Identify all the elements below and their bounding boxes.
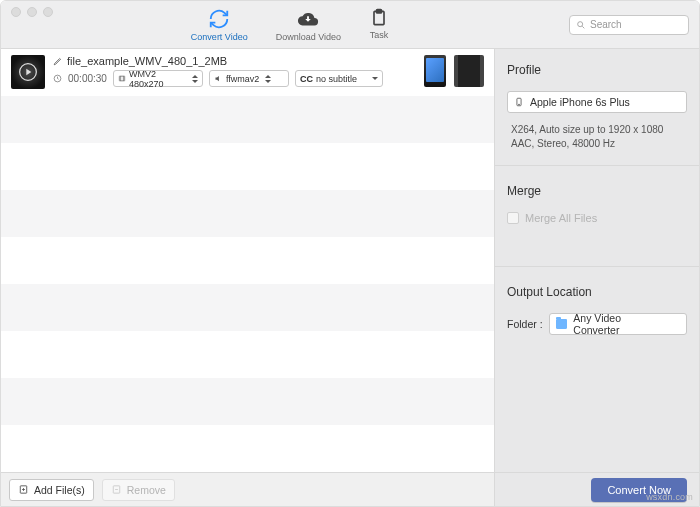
svg-rect-6 (119, 76, 124, 81)
folder-icon (556, 319, 568, 329)
sidebar: Profile Apple iPhone 6s Plus X264, Auto … (494, 49, 699, 472)
close-dot[interactable] (11, 7, 21, 17)
toolbar-label: Convert Video (191, 32, 248, 42)
plus-file-icon (18, 484, 29, 495)
search-placeholder: Search (590, 19, 622, 30)
search-icon (576, 20, 586, 30)
empty-row (1, 425, 494, 472)
audio-codec-select[interactable]: ffwmav2 (209, 70, 289, 87)
pencil-icon[interactable] (53, 56, 63, 66)
subtitle-select[interactable]: CC no subtitle (295, 70, 383, 87)
footer: Add File(s) Remove Convert Now (1, 472, 699, 506)
file-row[interactable]: file_example_WMV_480_1_2MB 00:00:30 WMV2… (1, 49, 494, 96)
add-files-button[interactable]: Add File(s) (9, 479, 94, 501)
speaker-icon (214, 74, 223, 83)
window-controls[interactable] (11, 7, 53, 17)
video-codec-select[interactable]: WMV2 480x270 (113, 70, 203, 87)
empty-row (1, 284, 494, 331)
svg-point-2 (578, 21, 583, 26)
merge-title: Merge (507, 184, 687, 198)
svg-point-10 (519, 104, 520, 105)
toolbar-download-video[interactable]: Download Video (276, 8, 341, 42)
empty-row (1, 237, 494, 284)
phone-icon (514, 95, 524, 109)
svg-line-3 (582, 26, 584, 28)
clock-icon (53, 74, 62, 83)
profile-detail: X264, Auto size up to 1920 x 1080 AAC, S… (507, 123, 687, 151)
empty-row (1, 143, 494, 190)
divider (495, 266, 699, 267)
play-icon (18, 62, 38, 82)
zoom-dot[interactable] (43, 7, 53, 17)
empty-row (1, 378, 494, 425)
clipboard-icon (369, 8, 389, 28)
svg-rect-1 (377, 9, 382, 12)
divider (495, 165, 699, 166)
profile-title: Profile (507, 63, 687, 77)
empty-row (1, 331, 494, 378)
remove-button[interactable]: Remove (102, 479, 175, 501)
toolbar: Convert Video Download Video Task Search (1, 1, 699, 49)
file-duration: 00:00:30 (68, 73, 107, 84)
file-name-line: file_example_WMV_480_1_2MB (53, 55, 416, 67)
output-folder-select[interactable]: Any Video Converter (549, 313, 687, 335)
clip-preview-icon[interactable] (454, 55, 484, 87)
file-thumbnail[interactable] (11, 55, 45, 89)
search-input[interactable]: Search (569, 15, 689, 35)
device-preview-icon[interactable] (424, 55, 446, 87)
cloud-download-icon (297, 8, 319, 30)
minimize-dot[interactable] (27, 7, 37, 17)
file-list: file_example_WMV_480_1_2MB 00:00:30 WMV2… (1, 49, 494, 472)
toolbar-label: Task (370, 30, 389, 40)
empty-row (1, 190, 494, 237)
toolbar-convert-video[interactable]: Convert Video (191, 8, 248, 42)
toolbar-task[interactable]: Task (369, 8, 389, 42)
empty-row (1, 96, 494, 143)
minus-file-icon (111, 484, 122, 495)
merge-all-checkbox[interactable]: Merge All Files (507, 212, 687, 224)
toolbar-label: Download Video (276, 32, 341, 42)
profile-select[interactable]: Apple iPhone 6s Plus (507, 91, 687, 113)
checkbox-box (507, 212, 519, 224)
convert-now-button[interactable]: Convert Now (591, 478, 687, 502)
refresh-icon (208, 8, 230, 30)
file-name: file_example_WMV_480_1_2MB (67, 55, 227, 67)
folder-label: Folder : (507, 318, 543, 330)
film-icon (118, 74, 126, 83)
output-title: Output Location (507, 285, 687, 299)
